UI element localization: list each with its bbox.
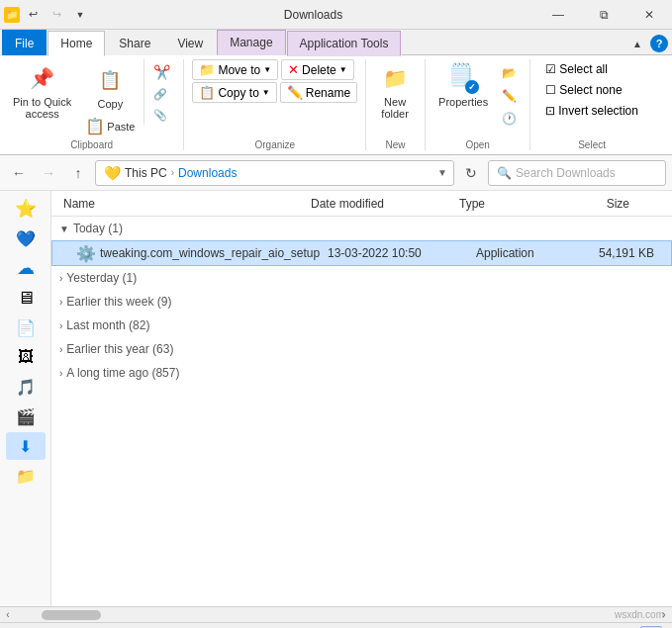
paste-shortcut-button[interactable]: 📎 xyxy=(148,106,175,125)
sidebar-folder[interactable]: 📁 xyxy=(6,462,46,490)
help-btn[interactable]: ? xyxy=(650,35,668,52)
new-label: New xyxy=(374,137,417,150)
title-bar: 📁 ↩ ↪ ▼ Downloads — ⧉ ✕ xyxy=(0,0,672,30)
select-none-button[interactable]: ☐ Select none xyxy=(538,80,628,100)
select-label: Select xyxy=(538,137,645,150)
tab-manage[interactable]: Manage xyxy=(217,30,285,55)
file-date: 13-03-2022 10:50 xyxy=(328,246,476,260)
rename-label: Rename xyxy=(306,86,350,100)
horizontal-scrollbar[interactable]: ‹ › xyxy=(0,606,672,622)
qat-redo[interactable]: ↪ xyxy=(46,4,67,26)
expand-icon: ▼ xyxy=(59,224,69,234)
sidebar-music[interactable]: 🎵 xyxy=(6,373,46,401)
search-box[interactable]: 🔍 Search Downloads xyxy=(488,160,666,186)
qat-undo[interactable]: ↩ xyxy=(22,4,44,26)
col-size-header[interactable]: Size xyxy=(554,197,633,211)
sidebar-documents[interactable]: 📄 xyxy=(6,314,46,341)
col-type-header[interactable]: Type xyxy=(455,197,554,211)
properties-label: Properties xyxy=(438,96,488,108)
sidebar-cloud[interactable]: ☁ xyxy=(6,254,46,282)
cut-button[interactable]: ✂️ xyxy=(148,61,175,83)
tab-file[interactable]: File xyxy=(2,30,47,55)
copy-to-label: Copy to xyxy=(218,86,258,100)
group-lastmonth-label: Last month (82) xyxy=(66,318,149,332)
open-icon: 📂 xyxy=(502,66,517,80)
window-title: Downloads xyxy=(91,8,535,22)
group-thisweek[interactable]: › Earlier this week (9) xyxy=(51,290,672,314)
organize-group: 📁 Move to ▼ ✕ Delete ▼ 📋 Copy to ▼ ✏️ xyxy=(184,59,366,150)
rename-icon: ✏️ xyxy=(287,85,303,100)
col-name-header[interactable]: Name xyxy=(59,197,307,211)
tab-view[interactable]: View xyxy=(164,30,216,55)
address-bar-row: ← → ↑ 💛 This PC › Downloads ▼ ↻ 🔍 Search… xyxy=(0,155,672,191)
breadcrumb-item-2[interactable]: Downloads xyxy=(178,166,237,180)
sidebar-videos[interactable]: 🎬 xyxy=(6,403,46,430)
refresh-button[interactable]: ↻ xyxy=(458,160,484,186)
copy-icon: 📋 xyxy=(94,64,126,96)
invert-icon: ⊡ xyxy=(545,104,555,118)
ribbon-collapse-btn[interactable]: ▲ xyxy=(626,33,648,54)
sidebar-onedrive[interactable]: 💙 xyxy=(6,224,46,252)
sidebar-downloads[interactable]: ⬇ xyxy=(6,432,46,460)
title-bar-left: 📁 ↩ ↪ ▼ xyxy=(4,4,91,26)
properties-badge: ✓ xyxy=(465,80,479,94)
close-button[interactable]: ✕ xyxy=(626,0,672,30)
invert-label: Invert selection xyxy=(558,104,638,118)
col-date-header[interactable]: Date modified xyxy=(307,197,455,211)
tab-share[interactable]: Share xyxy=(106,30,163,55)
expand-icon-thisyear: › xyxy=(59,344,62,355)
expand-icon-thisweek: › xyxy=(59,297,62,308)
scroll-thumb[interactable] xyxy=(42,610,101,620)
expand-icon-lastmonth: › xyxy=(59,320,62,331)
delete-button[interactable]: ✕ Delete ▼ xyxy=(281,59,354,80)
new-folder-button[interactable]: 📁 Newfolder xyxy=(374,59,416,123)
history-button[interactable]: 🕐 xyxy=(497,109,522,129)
table-row[interactable]: ⚙️ tweaking.com_windows_repair_aio_setup… xyxy=(51,240,672,266)
sidebar-favorites[interactable]: ⭐ xyxy=(6,195,46,223)
select-all-button[interactable]: ☑ Select all xyxy=(538,59,615,79)
tab-application-tools[interactable]: Application Tools xyxy=(287,31,402,56)
move-icon: 📁 xyxy=(199,62,215,77)
restore-button[interactable]: ⧉ xyxy=(581,0,626,30)
group-today[interactable]: ▼ Today (1) xyxy=(51,217,672,240)
copy-to-icon: 📋 xyxy=(199,85,215,100)
open-button[interactable]: 📂 xyxy=(497,63,522,83)
address-dropdown-btn[interactable]: ▼ xyxy=(437,167,447,178)
copy-button[interactable]: 📋 Copy xyxy=(80,61,140,113)
watermark: wsxdn.com xyxy=(615,609,664,620)
paste-button[interactable]: 📋 Paste xyxy=(80,115,140,137)
group-lastmonth[interactable]: › Last month (82) xyxy=(51,314,672,337)
back-button[interactable]: ← xyxy=(6,160,32,186)
column-headers: Name Date modified Type Size xyxy=(51,191,672,217)
select-all-icon: ☑ xyxy=(545,62,556,76)
sidebar-thispc[interactable]: 🖥 xyxy=(6,284,46,312)
tab-home[interactable]: Home xyxy=(48,31,105,56)
properties-button[interactable]: 🗒️ ✓ Properties xyxy=(433,59,493,111)
pin-to-quick-access-button[interactable]: 📌 Pin to Quickaccess xyxy=(8,59,76,123)
paste-icon: 📋 xyxy=(85,117,105,135)
new-group: 📁 Newfolder New xyxy=(366,59,426,150)
move-to-button[interactable]: 📁 Move to ▼ xyxy=(192,59,278,80)
group-yesterday[interactable]: › Yesterday (1) xyxy=(51,266,672,290)
invert-selection-button[interactable]: ⊡ Invert selection xyxy=(538,101,645,121)
address-bar[interactable]: 💛 This PC › Downloads ▼ xyxy=(95,160,454,186)
group-thisyear[interactable]: › Earlier this year (63) xyxy=(51,337,672,361)
scroll-left-btn[interactable]: ‹ xyxy=(0,607,16,623)
sidebar-pictures[interactable]: 🖼 xyxy=(6,343,46,371)
move-to-label: Move to xyxy=(218,63,260,77)
rename-button[interactable]: ✏️ Rename xyxy=(280,82,357,103)
minimize-button[interactable]: — xyxy=(535,0,581,30)
group-yesterday-label: Yesterday (1) xyxy=(66,271,137,285)
group-longtime[interactable]: › A long time ago (857) xyxy=(51,361,672,385)
folder-nav-icon: 💛 xyxy=(104,165,121,181)
search-icon: 🔍 xyxy=(497,166,512,180)
copy-path-button[interactable]: 🔗 xyxy=(148,85,175,104)
group-thisweek-label: Earlier this week (9) xyxy=(66,295,171,309)
file-size: 54,191 KB xyxy=(575,246,654,260)
edit-button[interactable]: ✏️ xyxy=(497,86,522,106)
copy-to-button[interactable]: 📋 Copy to ▼ xyxy=(192,82,276,103)
qat-dropdown[interactable]: ▼ xyxy=(69,4,91,26)
copy-path-icon: 🔗 xyxy=(153,88,167,101)
breadcrumb-item-1[interactable]: This PC xyxy=(125,166,167,180)
up-button[interactable]: ↑ xyxy=(65,160,91,186)
